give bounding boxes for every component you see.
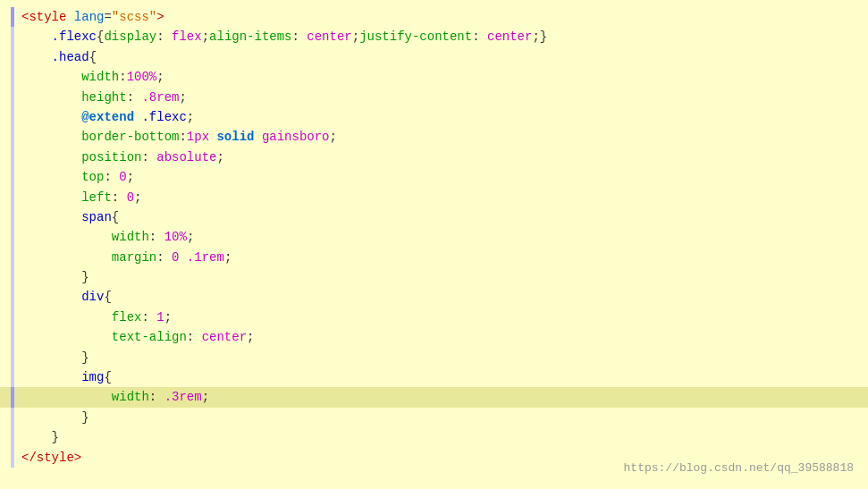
- token-tag: </style>: [21, 451, 81, 465]
- token-property: width: [81, 70, 119, 84]
- line-gutter: [11, 448, 14, 468]
- line-text: margin: 0 .1rem;: [21, 248, 232, 267]
- code-line: width:100%;: [0, 67, 868, 87]
- code-line: }: [0, 267, 868, 287]
- token-value: flex: [172, 30, 202, 44]
- token-plain: :: [141, 150, 156, 164]
- token-plain: [21, 70, 81, 84]
- line-text: top: 0;: [21, 167, 134, 187]
- line-text: border-bottom:1px solid gainsboro;: [21, 127, 337, 147]
- token-plain: {: [104, 290, 111, 304]
- token-property: flex: [112, 310, 142, 325]
- token-plain: ;}: [532, 30, 547, 44]
- line-indicator: [11, 7, 14, 27]
- token-value: 0: [119, 170, 126, 184]
- token-plain: [21, 110, 81, 124]
- token-selector: .head: [52, 50, 89, 64]
- line-text: .head{: [21, 47, 97, 67]
- token-plain: :: [472, 30, 487, 44]
- token-plain: :: [112, 190, 127, 205]
- line-gutter: [11, 207, 14, 227]
- token-plain: :: [149, 390, 164, 404]
- line-gutter: [11, 148, 14, 167]
- token-property: border-bottom: [81, 130, 179, 144]
- code-line: .flexc{display: flex;align-items: center…: [0, 27, 868, 46]
- token-plain: :: [292, 30, 308, 44]
- line-text: }: [21, 267, 89, 287]
- line-gutter: [11, 367, 14, 387]
- code-line: span{: [0, 207, 868, 227]
- token-value: center: [202, 330, 247, 344]
- token-selector: img: [81, 370, 104, 384]
- token-plain: }: [21, 430, 59, 444]
- token-property: width: [112, 230, 149, 244]
- token-plain: ;: [202, 390, 209, 404]
- token-value: 1px: [187, 130, 209, 144]
- line-text: left: 0;: [21, 188, 141, 207]
- code-line: flex: 1;: [0, 308, 868, 327]
- line-gutter: [11, 67, 14, 87]
- token-value: .3rem: [164, 390, 202, 404]
- token-property: align-items: [209, 30, 291, 44]
- line-gutter: [11, 27, 14, 46]
- token-plain: [21, 130, 81, 144]
- token-plain: :: [179, 130, 186, 144]
- token-plain: ;: [134, 190, 141, 205]
- token-plain: [21, 390, 112, 404]
- token-value: 0 .1rem: [172, 250, 224, 265]
- code-line: position: absolute;: [0, 148, 868, 167]
- line-gutter: [11, 287, 14, 307]
- code-line: left: 0;: [0, 188, 868, 207]
- token-plain: :: [119, 70, 126, 84]
- code-editor: <style lang="scss"> .flexc{display: flex…: [0, 0, 868, 475]
- token-plain: ;: [179, 90, 186, 105]
- token-plain: :: [187, 330, 202, 344]
- token-plain: ;: [187, 110, 194, 124]
- line-text: width:100%;: [21, 67, 164, 87]
- token-plain: [21, 150, 81, 164]
- token-plain: {: [104, 370, 111, 384]
- line-text: span{: [21, 207, 119, 227]
- token-property: justify-content: [359, 30, 472, 44]
- token-plain: ;: [156, 70, 164, 84]
- token-property: height: [81, 90, 126, 105]
- code-line: .head{: [0, 47, 868, 67]
- token-plain: {: [112, 210, 119, 224]
- token-property: left: [81, 190, 112, 205]
- line-text: }: [21, 348, 89, 367]
- token-property: width: [112, 390, 149, 404]
- token-selector: .flexc: [52, 30, 97, 44]
- token-value: 10%: [164, 230, 187, 244]
- line-text: position: absolute;: [21, 148, 224, 167]
- line-text: @extend .flexc;: [21, 107, 194, 127]
- line-gutter: [11, 248, 14, 267]
- token-plain: [21, 230, 112, 244]
- token-keyword: @extend: [81, 110, 134, 124]
- token-value: 1: [156, 310, 164, 325]
- token-plain: :: [156, 30, 172, 44]
- token-property: position: [81, 150, 141, 164]
- line-text: flex: 1;: [21, 308, 172, 327]
- token-plain: ;: [127, 170, 134, 184]
- token-value: gainsboro: [262, 130, 330, 144]
- token-plain: [21, 210, 81, 224]
- token-plain: [254, 130, 261, 144]
- line-text: </style>: [21, 448, 81, 468]
- code-line: border-bottom:1px solid gainsboro;: [0, 127, 868, 147]
- token-value: .8rem: [141, 90, 179, 105]
- token-property: display: [104, 30, 156, 44]
- line-gutter: [11, 427, 14, 447]
- line-text: text-align: center;: [21, 327, 254, 347]
- token-plain: ;: [352, 30, 359, 44]
- token-plain: :: [156, 250, 172, 265]
- line-gutter: [11, 47, 14, 67]
- token-plain: [21, 370, 81, 384]
- token-plain: [21, 190, 81, 205]
- line-text: height: .8rem;: [21, 88, 187, 107]
- token-plain: {: [89, 50, 97, 64]
- token-selector: .flexc: [141, 110, 186, 124]
- token-plain: ;: [216, 150, 223, 164]
- line-text: width: 10%;: [21, 227, 194, 247]
- token-plain: [21, 30, 52, 44]
- token-plain: }: [21, 270, 89, 284]
